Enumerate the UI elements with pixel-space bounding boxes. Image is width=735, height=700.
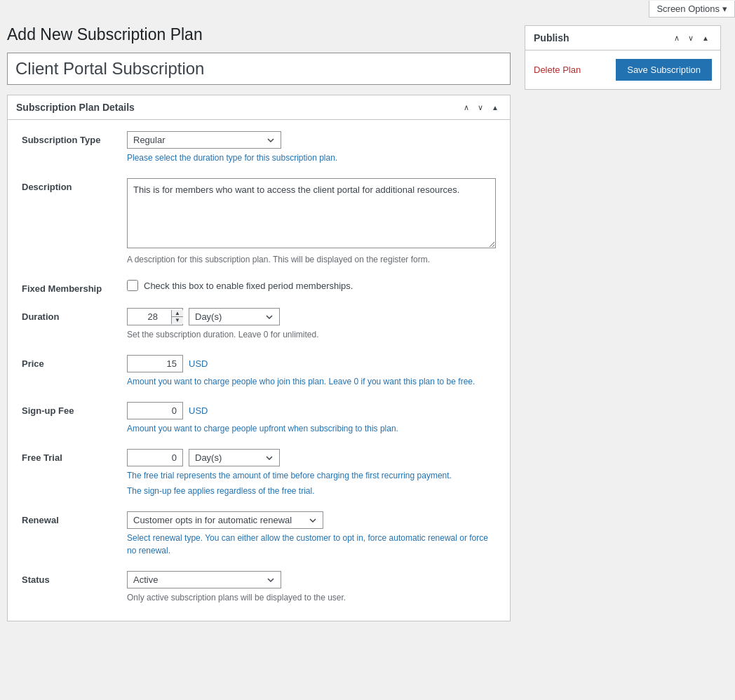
sidebar-column: Publish Delete Plan Save Subscription	[525, 25, 721, 90]
main-column: Add New Subscription Plan Subscription P…	[7, 25, 511, 635]
duration-spin-up-button[interactable]: ▲	[172, 310, 183, 317]
price-input-row: USD	[127, 355, 496, 372]
publish-controls	[671, 32, 712, 44]
top-bar: Screen Options ▾	[0, 0, 735, 18]
signup-fee-help: Amount you want to charge people upfront…	[127, 422, 496, 435]
publish-title: Publish	[534, 32, 569, 43]
fixed-membership-row: Fixed Membership Check this box to enabl…	[22, 280, 496, 294]
free-trial-unit-select[interactable]: Day(s) Week(s) Month(s) Year(s)	[189, 449, 280, 466]
fixed-membership-checkbox-label: Check this box to enable fixed period me…	[144, 281, 353, 291]
chevron-down-icon	[688, 33, 694, 43]
price-currency-label: USD	[189, 358, 208, 369]
chevron-down-icon	[478, 102, 483, 112]
duration-content: ▲ ▼ Day(s) Week(s) Month(s) Year(s)	[127, 308, 496, 341]
free-trial-help-2: The sign-up fee applies regardless of th…	[127, 485, 496, 497]
metabox-body: Subscription Type Regular Lifetime Fixed…	[8, 120, 510, 621]
signup-fee-content: USD Amount you want to charge people upf…	[127, 402, 496, 435]
description-label: Description	[22, 178, 127, 192]
fixed-membership-content: Check this box to enable fixed period me…	[127, 280, 496, 291]
chevron-down-icon: ▾	[722, 4, 727, 14]
chevron-up-icon	[464, 102, 469, 112]
metabox-controls	[461, 101, 501, 114]
publish-collapse-up-button[interactable]	[671, 32, 682, 44]
metabox-collapse-down-button[interactable]	[475, 101, 486, 114]
signup-fee-row: Sign-up Fee USD Amount you want to charg…	[22, 402, 496, 435]
publish-header: Publish	[525, 26, 720, 51]
free-trial-help-1: The free trial represents the amount of …	[127, 469, 496, 482]
fixed-membership-checkbox[interactable]	[127, 280, 138, 291]
signup-fee-label: Sign-up Fee	[22, 402, 127, 416]
status-row: Status Active Inactive Only active subsc…	[22, 571, 496, 604]
chevron-up-icon	[674, 33, 680, 43]
plan-name-input[interactable]	[7, 53, 511, 85]
price-content: USD Amount you want to charge people who…	[127, 355, 496, 388]
chevron-close-icon	[492, 102, 499, 112]
renewal-help: Select renewal type. You can either allo…	[127, 532, 496, 557]
chevron-close-icon	[702, 33, 709, 43]
publish-metabox: Publish Delete Plan Save Subscription	[525, 25, 721, 90]
duration-row: Duration ▲ ▼ Day(s)	[22, 308, 496, 341]
save-subscription-button[interactable]: Save Subscription	[616, 59, 712, 81]
publish-collapse-down-button[interactable]	[685, 32, 696, 44]
fixed-membership-label: Fixed Membership	[22, 280, 127, 294]
status-help: Only active subscription plans will be d…	[127, 591, 496, 604]
subscription-type-help: Please select the duration type for this…	[127, 152, 496, 164]
page-title: Add New Subscription Plan	[7, 25, 511, 44]
fixed-membership-checkbox-row: Check this box to enable fixed period me…	[127, 280, 496, 291]
status-content: Active Inactive Only active subscription…	[127, 571, 496, 604]
signup-fee-currency-label: USD	[189, 405, 208, 416]
renewal-row: Renewal Customer opts in for automatic r…	[22, 511, 496, 557]
price-help: Amount you want to charge people who joi…	[127, 375, 496, 388]
screen-options-button[interactable]: Screen Options ▾	[649, 1, 735, 18]
renewal-label: Renewal	[22, 511, 127, 525]
free-trial-content: Day(s) Week(s) Month(s) Year(s) The free…	[127, 449, 496, 497]
price-label: Price	[22, 355, 127, 369]
delete-plan-link[interactable]: Delete Plan	[534, 65, 581, 75]
duration-unit-select[interactable]: Day(s) Week(s) Month(s) Year(s)	[189, 308, 280, 325]
description-help: A description for this subscription plan…	[127, 253, 496, 266]
status-select[interactable]: Active Inactive	[127, 571, 281, 588]
free-trial-help-text-2: The sign-up fee applies regardless of th…	[127, 486, 314, 496]
metabox-header: Subscription Plan Details	[8, 95, 510, 120]
free-trial-inputs-row: Day(s) Week(s) Month(s) Year(s)	[127, 449, 496, 466]
status-label: Status	[22, 571, 127, 585]
signup-fee-input[interactable]	[127, 402, 183, 419]
subscription-type-content: Regular Lifetime Fixed Please select the…	[127, 131, 496, 164]
subscription-type-row: Subscription Type Regular Lifetime Fixed…	[22, 131, 496, 164]
publish-body: Delete Plan Save Subscription	[525, 51, 720, 89]
subscription-details-metabox: Subscription Plan Details Subscrip	[7, 95, 511, 621]
subscription-type-label: Subscription Type	[22, 131, 127, 145]
duration-help: Set the subscription duration. Leave 0 f…	[127, 328, 496, 341]
renewal-select[interactable]: Customer opts in for automatic renewal F…	[127, 511, 323, 529]
publish-close-button[interactable]	[699, 32, 712, 44]
free-trial-input[interactable]	[127, 449, 183, 466]
metabox-collapse-up-button[interactable]	[461, 101, 472, 114]
price-row: Price USD Amount you want to charge peop…	[22, 355, 496, 388]
free-trial-label: Free Trial	[22, 449, 127, 463]
duration-label: Duration	[22, 308, 127, 322]
page-wrapper: Add New Subscription Plan Subscription P…	[0, 18, 735, 649]
duration-input-wrapper: ▲ ▼	[127, 308, 183, 325]
description-textarea[interactable]: This is for members who want to access t…	[127, 178, 496, 248]
duration-spin-down-button[interactable]: ▼	[172, 317, 183, 324]
free-trial-help-text-1: The free trial represents the amount of …	[127, 471, 452, 480]
metabox-close-button[interactable]	[489, 101, 501, 114]
renewal-content: Customer opts in for automatic renewal F…	[127, 511, 496, 557]
signup-fee-input-row: USD	[127, 402, 496, 419]
description-row: Description This is for members who want…	[22, 178, 496, 266]
duration-inputs-row: ▲ ▼ Day(s) Week(s) Month(s) Year(s)	[127, 308, 496, 325]
price-input[interactable]	[127, 355, 183, 372]
description-content: This is for members who want to access t…	[127, 178, 496, 266]
duration-spinner: ▲ ▼	[171, 310, 183, 324]
free-trial-row: Free Trial Day(s) Week(s) Month(s) Year(…	[22, 449, 496, 497]
metabox-title: Subscription Plan Details	[16, 102, 135, 113]
screen-options-label: Screen Options	[656, 4, 720, 14]
subscription-type-select[interactable]: Regular Lifetime Fixed	[127, 131, 281, 149]
